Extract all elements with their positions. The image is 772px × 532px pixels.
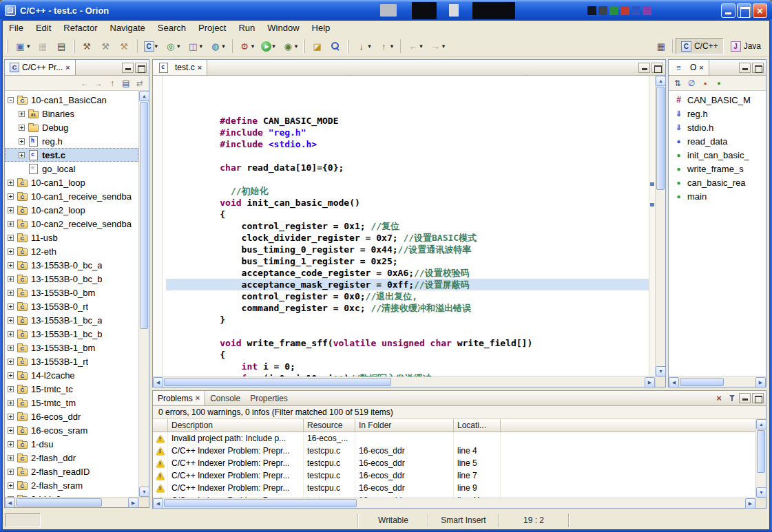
tab-properties[interactable]: Properties × [245,391,293,405]
scroll-down-icon[interactable]: ▼ [139,487,149,497]
scrollbar-thumb[interactable] [140,102,148,329]
forward-button[interactable] [427,38,448,54]
close-button[interactable] [753,3,767,18]
dropdown-arrow-icon[interactable] [390,43,394,50]
scrollbar-thumb[interactable] [680,378,724,386]
make-target-button[interactable] [162,38,183,54]
problem-row[interactable]: C/C++ Indexer Problem: Prepr... testcpu.… [153,457,755,469]
tree-item[interactable]: + 16-ecos_ddr [5,409,138,423]
tree-item[interactable]: + 2-flash_sram [5,478,138,492]
tree-item[interactable]: go_local [5,162,138,175]
debug-button[interactable] [280,38,301,54]
up-icon[interactable] [106,77,118,89]
tree-item[interactable]: + 10-can2_receive_sendba [5,217,138,231]
close-view-icon[interactable]: × [65,64,70,72]
occurrence-marker[interactable] [650,203,654,206]
outline-item[interactable]: CAN_BASIC_M [669,93,766,107]
toolbar-grip[interactable] [303,39,305,53]
expander-icon[interactable]: + [8,372,14,379]
scrollbar-thumb[interactable] [757,430,765,473]
column-header-location[interactable]: Locati... [454,419,501,432]
dropdown-arrow-icon[interactable] [272,43,275,50]
expander-icon[interactable]: + [8,180,14,186]
dropdown-arrow-icon[interactable] [419,43,423,50]
expander-icon[interactable]: + [19,138,25,145]
tree-item[interactable]: + test.c [5,148,138,162]
project-tree-horizontal-scrollbar[interactable]: ◀ ▶ [5,497,138,507]
scrollbar-thumb[interactable] [16,498,102,507]
expander-icon[interactable]: + [8,290,14,296]
toolbar-grip[interactable] [231,39,233,53]
toolbar-grip[interactable] [73,39,75,53]
tree-item[interactable]: - 10-can1_BasicCan [5,93,138,107]
maximize-view-button[interactable] [752,63,764,73]
tree-item[interactable]: + 13-1553B-0_rt [5,299,138,313]
perspective-cpp-button[interactable]: C C/C++ [676,38,724,54]
scroll-down-icon[interactable]: ▼ [656,366,666,376]
tree-item[interactable]: + 13-1553B-0_bc_b [5,272,138,286]
menu-run[interactable]: Run [232,21,261,36]
expander-icon[interactable]: + [8,331,14,337]
expander-icon[interactable]: + [19,125,25,131]
menu-refactor[interactable]: Refactor [57,21,103,36]
new-c-project-button[interactable] [141,38,161,54]
hide-static-icon[interactable] [699,77,711,89]
sort-icon[interactable] [671,77,684,89]
expander-icon[interactable]: + [8,414,14,420]
annotation-ruler[interactable] [153,76,163,376]
external-tools-button[interactable] [236,38,258,54]
maximize-editor-button[interactable] [651,63,663,73]
expander-icon[interactable]: + [8,193,14,200]
tree-item[interactable]: + 16-ecos_sram [5,423,138,437]
tree-item[interactable]: + 10-can1_receive_sendba [5,189,138,203]
perspective-java-button[interactable]: J Java [725,38,766,54]
column-header-icon[interactable] [153,419,168,432]
expander-icon[interactable]: + [8,221,14,227]
toolbar-grip[interactable] [6,39,8,53]
dropdown-arrow-icon[interactable] [251,43,255,50]
outline-item[interactable]: can_basic_rea [669,175,766,189]
tree-item[interactable]: + 15-tmtc_tc [5,382,138,396]
expander-icon[interactable]: + [8,207,14,213]
editor-vertical-scrollbar[interactable]: ▲ ▼ [655,76,665,376]
build-all-button[interactable] [79,38,96,54]
tree-item[interactable]: + 13-1553B-0_bc_a [5,258,138,272]
back-button[interactable] [404,38,426,54]
tree-item[interactable]: + 2-flash_readID [5,465,138,478]
expander-icon[interactable]: + [8,441,14,447]
close-view-icon[interactable]: × [699,64,703,72]
scroll-up-icon[interactable]: ▲ [139,91,149,101]
tree-item[interactable]: + 2-flash_ddr [5,451,138,465]
tree-item[interactable]: + 1-dsu [5,437,138,451]
scroll-right-icon[interactable]: ▶ [128,498,138,508]
expander-icon[interactable]: + [8,345,14,351]
expander-icon[interactable]: + [8,386,14,392]
expander-icon[interactable]: + [8,304,14,310]
tree-item[interactable]: + 2-ldd_2 [5,492,138,497]
problem-row[interactable]: C/C++ Indexer Problem: Prepr... testcpu.… [153,469,755,482]
build-project-button[interactable] [97,38,114,54]
expander-icon[interactable]: + [19,111,25,117]
tree-item[interactable]: + 13-1553B-1_bc_a [5,313,138,327]
tree-item[interactable]: + 13-1553B-1_bc_b [5,327,138,341]
expander-icon[interactable]: + [8,482,14,489]
column-header-in-folder[interactable]: In Folder [355,419,454,432]
menu-help[interactable]: Help [306,21,337,36]
tab-console[interactable]: Console × [205,391,245,405]
column-header-description[interactable]: Description [168,419,304,432]
clean-button[interactable] [116,38,133,54]
problem-row[interactable]: C/C++ Indexer Problem: Prepr... testcpu.… [153,482,755,494]
outline-item[interactable]: init_can_basic_ [669,148,766,162]
search-button[interactable] [327,38,344,54]
dropdown-arrow-icon[interactable] [368,43,371,50]
tree-item[interactable]: + 13-1553B-1_bm [5,341,138,354]
scroll-left-icon[interactable]: ◀ [669,377,679,387]
tree-item[interactable]: + 15-tmtc_tm [5,396,138,409]
expander-icon[interactable]: + [19,152,25,158]
collapse-all-icon[interactable] [120,77,132,89]
problem-row[interactable]: C/C++ Indexer Problem: Prepr... testcpu.… [153,445,755,457]
scroll-right-icon[interactable]: ▶ [645,377,655,387]
rebuild-index-button[interactable] [185,38,206,54]
print-button[interactable] [53,38,70,54]
menu-navigate[interactable]: Navigate [104,21,152,36]
